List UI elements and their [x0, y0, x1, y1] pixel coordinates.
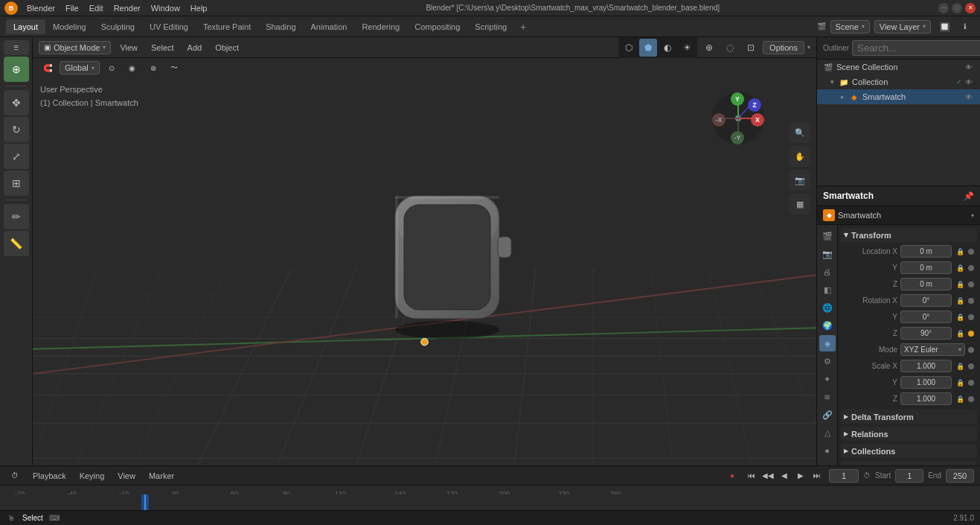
scale-y-value[interactable]: 1.000	[900, 376, 952, 389]
location-z-value[interactable]: 0 m	[900, 278, 952, 290]
mode-selector[interactable]: ▣ Object Mode ▾	[39, 41, 111, 54]
outliner-search-input[interactable]	[852, 40, 980, 56]
prop-tab-physics[interactable]: ≋	[819, 389, 836, 405]
camera-gizmo[interactable]: 📷	[790, 170, 810, 191]
prop-tab-view-layer[interactable]: ◧	[819, 281, 836, 298]
object-menu[interactable]: Object	[211, 42, 243, 54]
prop-tab-scene[interactable]: 🎬	[819, 228, 836, 244]
smartwatch-eye-icon[interactable]: 👁	[964, 92, 974, 102]
menu-help[interactable]: Help	[186, 2, 212, 14]
prop-tab-object-data[interactable]: △	[819, 424, 836, 441]
cursor-tool[interactable]: ⊕	[4, 57, 29, 82]
tab-layout[interactable]: Layout	[6, 19, 45, 34]
prop-tab-modifiers[interactable]: ⚙	[819, 353, 836, 369]
material-mode-btn[interactable]: ◐	[659, 39, 676, 57]
scale-tool[interactable]: ⤢	[4, 144, 29, 169]
zoom-gizmo[interactable]: 🔍	[790, 122, 810, 143]
menu-edit[interactable]: Edit	[85, 2, 108, 14]
rotation-z-value[interactable]: 90°	[900, 327, 952, 340]
navigation-gizmo[interactable]: X -X Y -Y Z	[712, 92, 772, 152]
ortho-gizmo[interactable]: ▦	[790, 194, 810, 214]
prop-tab-world[interactable]: 🌍	[819, 317, 836, 334]
rotation-x-keyframe-dot[interactable]	[968, 298, 974, 304]
smartwatch-item[interactable]: ▸ ◆ Smartwatch 👁	[817, 89, 980, 104]
move-tool[interactable]: ✥	[4, 90, 29, 115]
properties-pin-icon[interactable]: 📌	[964, 191, 974, 201]
transform-orientation-selector[interactable]: Global ▾	[60, 61, 100, 74]
scene-selector[interactable]: Scene ▾	[830, 20, 870, 34]
wireframe-mode-btn[interactable]: ⬡	[620, 39, 638, 57]
minimize-button[interactable]: ─	[938, 3, 949, 13]
location-x-value[interactable]: 0 m	[900, 245, 952, 258]
menu-file[interactable]: File	[61, 2, 83, 14]
tab-texture-paint[interactable]: Texture Paint	[196, 19, 258, 34]
rotation-z-lock-icon[interactable]: 🔒	[955, 328, 965, 339]
tab-scripting[interactable]: Scripting	[467, 19, 514, 34]
falloff-icon[interactable]: 〜	[165, 59, 183, 77]
end-frame-input[interactable]: 250	[946, 469, 974, 483]
prop-tab-material[interactable]: ●	[819, 442, 836, 459]
prop-tab-render[interactable]: 📷	[819, 246, 836, 262]
measure-tool[interactable]: 📏	[4, 231, 29, 256]
tab-uv-editing[interactable]: UV Editing	[142, 19, 196, 34]
keying-menu[interactable]: Keying	[75, 470, 109, 482]
tab-modeling[interactable]: Modeling	[45, 19, 94, 34]
show-overlays-btn[interactable]: ◌	[721, 39, 739, 57]
rotation-z-keyframe-dot[interactable]	[968, 331, 974, 337]
xray-btn[interactable]: ⊡	[742, 39, 760, 57]
rotate-tool[interactable]: ↻	[4, 117, 29, 142]
render-mode-btn[interactable]: ☀	[678, 39, 696, 57]
scale-x-lock-icon[interactable]: 🔒	[955, 361, 965, 372]
location-y-lock-icon[interactable]: 🔒	[955, 263, 965, 273]
start-frame-input[interactable]: 1	[895, 469, 923, 483]
menu-render[interactable]: Render	[109, 2, 145, 14]
overlay-icon[interactable]: 🔲	[935, 18, 953, 36]
current-frame-input[interactable]: 1	[829, 469, 859, 483]
snap-icon-2[interactable]: ⊗	[144, 59, 162, 77]
tab-shading[interactable]: Shading	[258, 19, 303, 34]
pivot-icon[interactable]: ⊙	[103, 59, 121, 77]
gizmo-xn-axis[interactable]: -X	[712, 113, 726, 127]
proportional-edit-icon[interactable]: ◉	[124, 59, 141, 77]
menu-blender[interactable]: Blender	[22, 2, 60, 14]
location-y-keyframe-dot[interactable]	[968, 265, 974, 271]
delta-transform-header[interactable]: ▸ Delta Transform	[841, 410, 977, 424]
rotation-x-value[interactable]: 0°	[900, 294, 952, 307]
rotation-x-lock-icon[interactable]: 🔒	[955, 296, 965, 306]
collection-check-icon[interactable]: ✓	[956, 78, 962, 86]
location-y-value[interactable]: 0 m	[900, 261, 952, 274]
timeline-track[interactable]: -70 -40 -10 20 50 80 110 140 170 200 230…	[0, 486, 980, 510]
location-z-lock-icon[interactable]: 🔒	[955, 279, 965, 290]
transform-section-header[interactable]: ▾ Transform	[841, 228, 977, 242]
scale-x-value[interactable]: 1.000	[900, 360, 952, 372]
snap-icon[interactable]: 🧲	[39, 59, 57, 77]
info-icon[interactable]: ℹ	[956, 18, 974, 36]
play-btn[interactable]: ▶	[793, 468, 808, 483]
playback-menu[interactable]: Playback	[28, 470, 71, 482]
collection-item[interactable]: ▾ 📁 Collection ✓ 👁	[817, 74, 980, 89]
jump-end-btn[interactable]: ⏭	[810, 468, 824, 483]
scale-z-value[interactable]: 1.000	[900, 392, 952, 405]
relations-header[interactable]: ▸ Relations	[841, 427, 977, 441]
marker-menu[interactable]: Marker	[144, 470, 179, 482]
transform-tool[interactable]: ⊞	[4, 171, 29, 196]
add-workspace-button[interactable]: +	[516, 19, 531, 34]
rotation-y-value[interactable]: 0°	[900, 311, 952, 323]
prop-tab-particles[interactable]: ✦	[819, 371, 836, 387]
gizmo-yn-axis[interactable]: -Y	[731, 131, 744, 144]
scale-x-keyframe-dot[interactable]	[968, 363, 974, 369]
options-button[interactable]: Options	[763, 41, 804, 54]
view-layer-selector[interactable]: View Layer ▾	[874, 20, 931, 34]
step-back-btn[interactable]: ◀◀	[760, 468, 775, 483]
close-button[interactable]: ✕	[965, 3, 976, 13]
rotation-mode-dropdown[interactable]: XYZ Euler ▾	[900, 343, 965, 356]
tab-sculpting[interactable]: Sculpting	[94, 19, 142, 34]
location-x-keyframe-dot[interactable]	[968, 249, 974, 255]
collections-header[interactable]: ▸ Collections	[841, 444, 977, 458]
pan-gizmo[interactable]: ✋	[790, 146, 810, 167]
scene-collection-item[interactable]: 🎬 Scene Collection 👁	[817, 60, 980, 74]
add-menu[interactable]: Add	[183, 42, 207, 54]
tab-rendering[interactable]: Rendering	[354, 19, 407, 34]
show-gizmos-btn[interactable]: ⊕	[700, 39, 718, 57]
location-z-keyframe-dot[interactable]	[968, 281, 974, 287]
